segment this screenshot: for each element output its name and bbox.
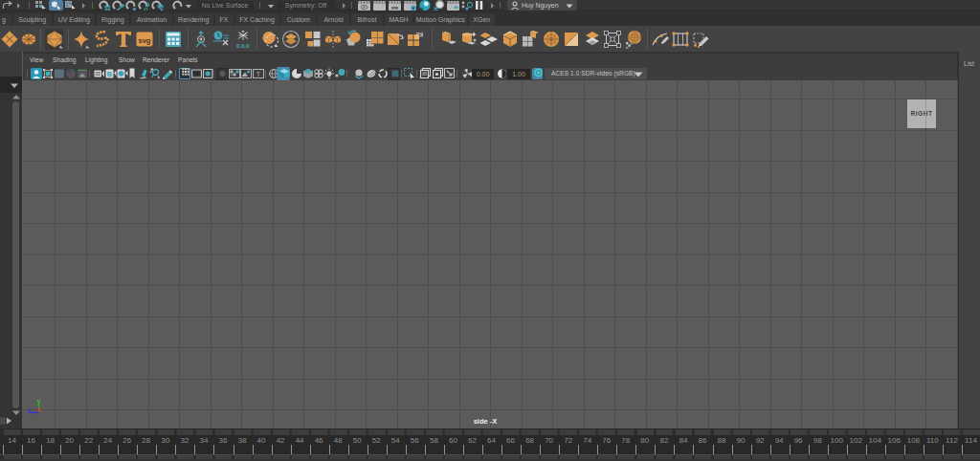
svg-text:B: B bbox=[106, 70, 112, 78]
svg-text:x: x bbox=[37, 406, 42, 414]
svg-text:IPR: IPR bbox=[391, 5, 398, 10]
svg-text:T: T bbox=[256, 71, 261, 77]
svg-text:svg: svg bbox=[138, 35, 150, 44]
svg-text:0.0.0: 0.0.0 bbox=[236, 42, 250, 48]
svg-text:z: z bbox=[28, 406, 32, 415]
